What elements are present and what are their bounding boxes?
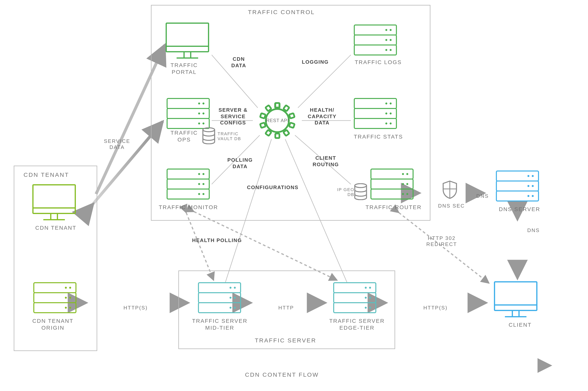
svg-rect-27 [289, 123, 294, 128]
architecture-diagram: TRAFFIC CONTROL TRAFFIC SERVER CDN TENAN… [0, 0, 588, 391]
node-label-client: CLIENT [509, 321, 532, 328]
edge-cdn-data: CDN DATA [231, 56, 246, 69]
svg-rect-28 [284, 130, 289, 136]
server-icon [354, 98, 397, 131]
monitor-icon [32, 184, 76, 220]
edge-polling-data: POLLING DATA [227, 157, 253, 170]
node-label-cdn-tenant: CDN TENANT [35, 224, 77, 231]
svg-rect-26 [289, 113, 294, 118]
node-label-cdn-tenant-origin: CDN TENANT ORIGIN [32, 317, 74, 331]
server-icon [198, 282, 241, 315]
svg-rect-32 [260, 113, 266, 118]
server-icon [333, 282, 376, 315]
svg-rect-24 [275, 103, 280, 107]
svg-rect-29 [275, 134, 280, 138]
node-label-traffic-router: TRAFFIC ROUTER [366, 204, 422, 211]
svg-line-17 [194, 212, 337, 280]
node-label-ts-edge: TRAFFIC SERVER EDGE-TIER [329, 317, 385, 331]
node-label-traffic-ops: TRAFFIC OPS [171, 129, 198, 143]
svg-point-20 [203, 128, 215, 132]
edge-dns-sec: DNS SEC [438, 203, 465, 209]
server-icon [371, 169, 413, 202]
monitor-icon [166, 22, 209, 59]
edge-health-capacity: HEALTH/ CAPACITY DATA [308, 107, 337, 126]
node-label-traffic-monitor: TRAFFIC MONITOR [159, 204, 218, 211]
shield-icon [442, 180, 458, 199]
edge-server-service-configs: SERVER & SERVICE CONFIGS [218, 107, 248, 126]
server-icon [354, 24, 397, 58]
node-label-ts-mid: TRAFFIC SERVER MID-TIER [192, 317, 248, 331]
svg-line-16 [186, 213, 214, 280]
server-icon [33, 282, 77, 315]
traffic-server-title: TRAFFIC SERVER [255, 337, 316, 344]
svg-rect-31 [260, 123, 266, 128]
edge-client-routing: CLIENT ROUTING [313, 155, 339, 168]
edge-dns-2: DNS [527, 227, 540, 233]
svg-rect-30 [265, 130, 271, 136]
ip-geo-db-label: IP GEO DB [337, 187, 354, 197]
node-label-dns-server: DNS SERVER [499, 206, 540, 213]
svg-rect-33 [265, 105, 271, 111]
edge-service-data: SERVICE DATA [104, 138, 130, 150]
edge-dns-1: DNS [476, 193, 489, 199]
server-icon [167, 98, 210, 131]
node-label-traffic-logs: TRAFFIC LOGS [355, 59, 402, 66]
svg-rect-25 [284, 105, 289, 111]
node-label-traffic-stats: TRAFFIC STATS [354, 133, 403, 140]
node-label-traffic-portal: TRAFFIC PORTAL [171, 62, 198, 76]
edge-https-left: HTTP(S) [123, 305, 148, 311]
edge-https-right: HTTP(S) [423, 305, 448, 311]
server-icon [167, 169, 210, 202]
edge-http-302: HTTP 302 REDIRECT [426, 235, 457, 247]
edge-logging: LOGGING [302, 59, 329, 65]
database-icon [354, 183, 368, 200]
monitor-icon [494, 281, 537, 317]
cdn-tenant-title: CDN TENANT [23, 172, 69, 178]
cdn-content-flow-title: CDN CONTENT FLOW [245, 371, 319, 378]
edge-http: HTTP [278, 305, 294, 311]
node-label-rest-api: REST API [266, 118, 289, 123]
edge-configurations: CONFIGURATIONS [247, 184, 298, 191]
database-icon [202, 127, 216, 144]
svg-point-21 [355, 184, 367, 188]
svg-line-18 [399, 213, 489, 283]
vault-db-label: TRAFFIC VAULT DB [217, 131, 241, 141]
traffic-control-title: TRAFFIC CONTROL [248, 9, 315, 15]
edge-health-polling: HEALTH POLLING [192, 237, 242, 244]
server-icon [496, 171, 539, 204]
